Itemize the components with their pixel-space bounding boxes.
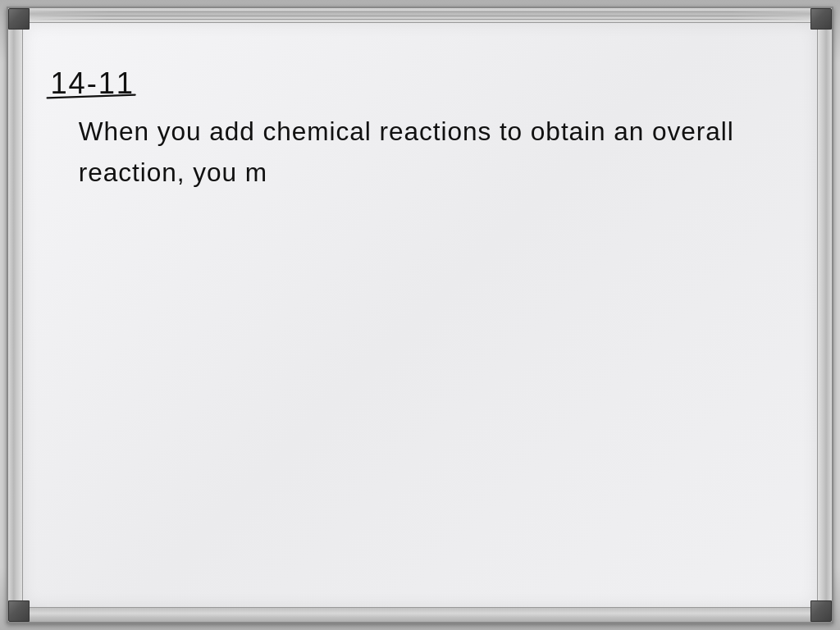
board-surface: 14-11 When you add chemical reactions to…: [23, 23, 817, 607]
content-area: 14-11 When you add chemical reactions to…: [39, 39, 801, 591]
whiteboard-outer: 14-11 When you add chemical reactions to…: [0, 0, 840, 630]
corner-top-right: [810, 8, 832, 30]
rail-right: [817, 23, 832, 607]
corner-top-left: [8, 8, 30, 30]
rail-line: [31, 11, 809, 12]
rail-bottom: [8, 607, 832, 622]
rail-line: [31, 16, 809, 16]
rail-left: [8, 23, 23, 607]
body-line2: reaction, you m: [79, 158, 267, 187]
whiteboard-frame: 14-11 When you add chemical reactions to…: [7, 7, 833, 623]
body-line1: When you add chemical reactions to obtai…: [79, 116, 734, 146]
handwritten-content: 14-11 When you add chemical reactions to…: [39, 39, 801, 244]
rail-top: [8, 8, 832, 23]
corner-bottom-left: [8, 600, 30, 622]
rail-lines-top: [31, 11, 809, 20]
rail-line: [31, 19, 809, 20]
corner-bottom-right: [810, 600, 832, 622]
